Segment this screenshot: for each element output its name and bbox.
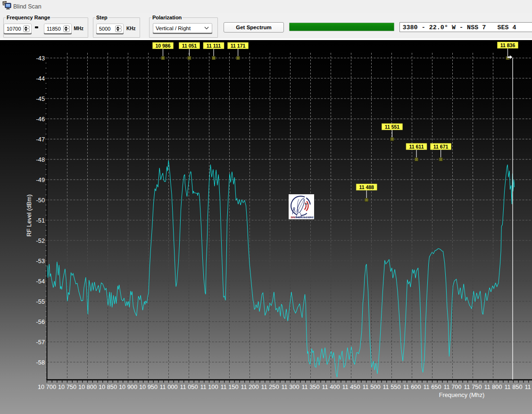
svg-text:11 488: 11 488 (359, 184, 374, 190)
svg-text:11 611: 11 611 (409, 144, 424, 149)
svg-text:11 671: 11 671 (433, 144, 449, 149)
svg-text:10 950: 10 950 (139, 383, 158, 390)
svg-text:-58: -58 (36, 359, 45, 366)
svg-text:-53: -53 (36, 257, 45, 265)
svg-text:10 850: 10 850 (99, 383, 117, 390)
svg-text:11 300: 11 300 (281, 383, 299, 390)
svg-text:11 750: 11 750 (464, 383, 482, 390)
svg-text:11 400: 11 400 (322, 383, 340, 390)
svg-text:11 111: 11 111 (207, 43, 221, 49)
svg-text:10 986: 10 986 (155, 43, 170, 49)
svg-text:11 551: 11 551 (385, 124, 400, 130)
svg-text:11 150: 11 150 (220, 383, 238, 390)
svg-text:11 850: 11 850 (504, 383, 522, 390)
svg-text:11 350: 11 350 (301, 383, 319, 390)
svg-text:10 800: 10 800 (78, 383, 97, 390)
svg-text:11 050: 11 050 (180, 383, 198, 390)
svg-text:11 700: 11 700 (443, 383, 461, 390)
svg-text:11 600: 11 600 (403, 383, 421, 390)
svg-text:11 650: 11 650 (423, 383, 441, 390)
svg-text:11 171: 11 171 (231, 43, 246, 49)
svg-text:-55: -55 (36, 298, 45, 305)
svg-text:11 550: 11 550 (382, 383, 400, 390)
svg-text:Frequency (Mhz): Frequency (Mhz) (439, 391, 485, 398)
svg-text:11 450: 11 450 (342, 383, 360, 390)
svg-text:-56: -56 (36, 318, 45, 325)
svg-text:-51: -51 (36, 217, 45, 224)
svg-text:11 500: 11 500 (362, 383, 380, 390)
svg-text:-54: -54 (36, 278, 45, 285)
svg-text:-43: -43 (36, 55, 45, 62)
svg-text:11 250: 11 250 (261, 383, 279, 390)
svg-text:10 900: 10 900 (119, 383, 137, 390)
svg-text:-50: -50 (36, 197, 45, 204)
svg-text:-57: -57 (36, 339, 45, 346)
svg-text:-46: -46 (36, 116, 45, 123)
svg-text:10 750: 10 750 (58, 383, 76, 390)
svg-text:-47: -47 (36, 136, 45, 143)
svg-text:-48: -48 (36, 156, 45, 163)
svg-text:11 200: 11 200 (241, 383, 258, 390)
svg-text:-49: -49 (36, 176, 45, 183)
svg-text:DX: DX (291, 215, 296, 219)
svg-text:10 700: 10 700 (38, 383, 56, 390)
svg-text:11 000: 11 000 (159, 383, 177, 390)
svg-text:11 051: 11 051 (182, 43, 197, 49)
svg-text:11 900: 11 900 (524, 383, 532, 390)
svg-text:-52: -52 (36, 237, 45, 244)
svg-text:SATCS.COM: SATCS.COM (295, 215, 314, 219)
svg-text:11 800: 11 800 (484, 383, 502, 390)
svg-text:-44: -44 (36, 75, 45, 82)
svg-text:RF Level (dBm): RF Level (dBm) (25, 194, 33, 237)
svg-text:11 100: 11 100 (200, 383, 218, 390)
svg-text:11 836: 11 836 (500, 42, 515, 48)
svg-text:-45: -45 (36, 95, 45, 102)
